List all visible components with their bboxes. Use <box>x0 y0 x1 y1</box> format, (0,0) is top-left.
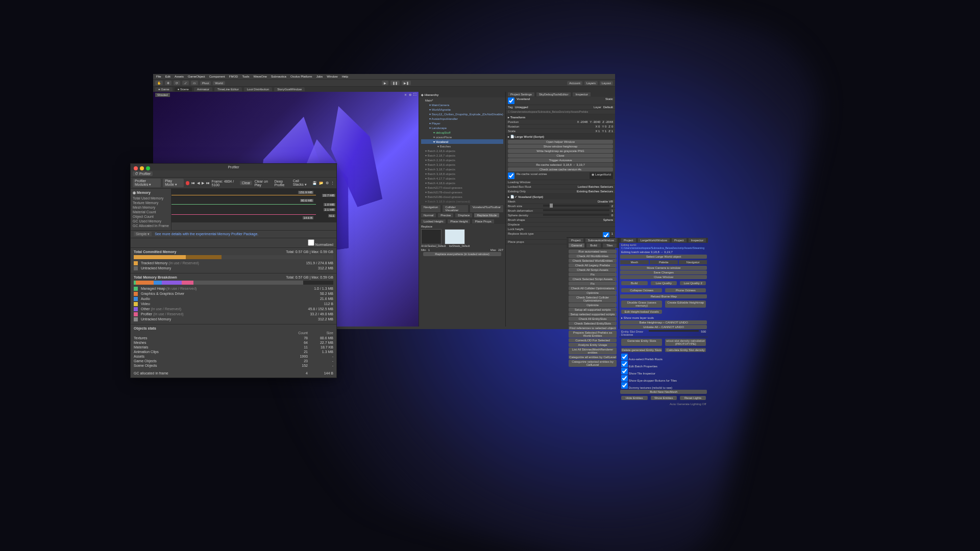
voxeland-header[interactable]: ▸ 📄 ✓ Voxeland (Script) <box>506 194 615 199</box>
hierarchy-item[interactable]: ▾ Batch 3,18,9 objects (removed) <box>421 199 503 204</box>
tab-timeline-editor[interactable]: TimeLine Editor <box>214 87 242 91</box>
subtab[interactable]: Build <box>586 243 600 247</box>
menu-file[interactable]: File <box>156 75 161 78</box>
hierarchy-item[interactable]: ▾ Batch 4,18,6 objects <box>421 181 503 185</box>
mode-tab[interactable]: Precise <box>438 213 453 217</box>
account-dropdown[interactable]: Account <box>567 81 582 85</box>
hierarchy-item[interactable]: ▾ Batch 4,17,7 objects <box>421 176 503 181</box>
tool-button[interactable]: Check Selected WorldEntities <box>569 259 617 263</box>
replace-swatch-b[interactable] <box>445 229 465 244</box>
shaded-dropdown[interactable]: Shaded <box>155 93 170 97</box>
tool-button[interactable]: Prune Octrees <box>665 288 706 292</box>
subtab[interactable]: Tiles <box>603 243 617 247</box>
clear-on-play-toggle[interactable]: Clear on Play <box>254 180 272 187</box>
memory-graph[interactable]: 151.9 MB 22.7 MB 80.6 MB 1.0 MB 2.1 MB 1… <box>172 189 336 222</box>
hierarchy-item[interactable]: ▾ MainCamera <box>421 103 503 107</box>
tool-button[interactable]: Optimize <box>569 303 617 307</box>
layer-dropdown[interactable]: Default <box>603 106 613 109</box>
option-checkbox[interactable]: Edit Batch Properties <box>619 361 708 368</box>
tool-button[interactable]: Delete generated Entity Slots <box>621 348 662 352</box>
pause-icon[interactable]: ❚❚ <box>390 81 400 85</box>
load-icon[interactable]: 📂 <box>319 181 324 185</box>
tool-button[interactable]: Bake Heightmap – CANNOT UNDO <box>620 320 707 324</box>
tab-loot-distribution[interactable]: Loot Distribution <box>244 87 272 91</box>
tab-storygoalwindow[interactable]: StoryGoalWindow <box>274 87 305 91</box>
maximize-icon[interactable]: ⛶ <box>413 93 416 96</box>
static-dropdown[interactable]: Static <box>605 97 613 104</box>
tool-button[interactable]: Create Editable Heightmap <box>665 300 706 308</box>
disable-vr-button[interactable]: Disable VR <box>598 200 613 203</box>
replace-swatch-a[interactable] <box>421 229 442 244</box>
playmode-dropdown[interactable]: Play Mode ▾ <box>163 179 184 187</box>
tool-button[interactable]: Find references to selected object <box>569 326 617 330</box>
hierarchy-item[interactable]: ▾ Batch 2,18,9 objects <box>421 158 503 162</box>
tab-skydebugtoolseditor[interactable]: SkyDebugToolsEditor <box>536 92 571 96</box>
save-icon[interactable]: 💾 <box>312 181 317 185</box>
mode-tab[interactable]: Displace <box>455 213 472 217</box>
tab-animator[interactable]: Animator <box>194 87 212 91</box>
select-lw-button[interactable]: Select Large World object <box>620 255 707 259</box>
brush-shape-dropdown[interactable]: Sphere <box>603 218 613 221</box>
tool-button[interactable]: Generate Entity Slots <box>621 339 662 346</box>
panel-tab[interactable]: Project <box>569 238 583 242</box>
callstacks-dropdown[interactable]: Call Stacks ▾ <box>293 179 310 187</box>
layers-dropdown[interactable]: Layers <box>584 81 598 85</box>
transform-header[interactable]: ▸ Transform <box>506 114 615 120</box>
layout-dropdown[interactable]: Layout <box>600 81 613 85</box>
brush-size-slider[interactable] <box>543 205 609 207</box>
tool-button[interactable]: Collapse Octrees <box>621 288 662 292</box>
simple-dropdown[interactable]: Simple ▾ <box>134 232 152 236</box>
profiler-modules-dropdown[interactable]: Profiler Modules ▾ <box>133 179 161 187</box>
slot-draw-slider[interactable] <box>649 330 699 332</box>
gear-icon[interactable]: ⚙ <box>409 93 411 96</box>
hierarchy-item[interactable]: ▾ Batch 2,18,7 objects <box>421 153 503 158</box>
panel-tab[interactable]: SubnauticaWindow <box>585 238 617 242</box>
hierarchy-item[interactable]: ▾ oceanPlane <box>421 135 503 139</box>
tool-button[interactable]: Save Changes <box>620 270 707 274</box>
panel-tab[interactable]: Inspector <box>689 238 706 242</box>
menu-tools[interactable]: Tools <box>242 75 249 78</box>
tool-button[interactable]: Build New NavMesh <box>620 390 707 394</box>
panel-tab[interactable]: Project <box>672 238 687 242</box>
tool-button[interactable]: Categorize selected entities by CellLeve… <box>569 360 617 367</box>
tag-dropdown[interactable]: Untagged <box>515 106 528 109</box>
tool-button[interactable]: Fix <box>569 282 617 286</box>
hierarchy-item[interactable]: ▾ Batch2177-cloud-grasses <box>421 185 503 190</box>
col-tab[interactable]: Navigator <box>679 260 707 264</box>
tool-button[interactable]: Check All Legacy Prefabs <box>569 263 617 267</box>
option-checkbox[interactable]: Show Eye-dropper Buttons for Tiles <box>619 375 708 382</box>
tool-button[interactable]: Check Selected Collider Optimizations <box>569 295 617 303</box>
hand-tool-icon[interactable]: ✋ <box>155 81 163 85</box>
hierarchy-item[interactable]: ▾ Batch 3,18,6 objects <box>421 162 503 167</box>
hierarchy-item[interactable]: ▾ Batch 3,18,8 objects <box>421 171 503 176</box>
tool-button[interactable]: Check Selected EntitySlots <box>569 321 617 325</box>
menu-assets[interactable]: Assets <box>175 75 184 78</box>
tool-button[interactable]: Check All EntitySlots <box>569 317 617 321</box>
mode-tab[interactable]: Place Height <box>448 219 470 223</box>
tool-button[interactable]: Optimize <box>569 291 617 295</box>
normalized-toggle[interactable]: Normalized <box>308 243 333 246</box>
hierarchy-item[interactable]: ▾ Player <box>421 121 503 126</box>
window-minimize-icon[interactable] <box>140 166 144 170</box>
nav-tab[interactable]: Navigation <box>421 205 440 212</box>
tool-button[interactable]: CorrectLOD For Selected <box>569 338 617 342</box>
hierarchy-item[interactable]: ▾ AvatarInputHandler <box>421 116 503 121</box>
profiler-module-item[interactable]: Texture Memory <box>133 201 169 205</box>
world-button[interactable]: World <box>213 81 225 85</box>
scale-tool-icon[interactable]: ⤢ <box>182 81 189 85</box>
tool-button[interactable]: Calculate Entity Slot density <box>665 348 706 352</box>
lw-button[interactable]: Write heightmap as grayscale PNG <box>508 149 613 153</box>
lw-button[interactable]: Trigger Autosave <box>508 158 613 162</box>
close-tab-icon[interactable]: ✕ <box>404 93 407 96</box>
profiler-module-item[interactable]: GC Allocated In Frame <box>133 223 169 228</box>
hierarchy-item[interactable]: ▾ Landscape <box>421 126 503 130</box>
tool-button[interactable]: Check All Collider Optimizations <box>569 286 617 290</box>
tab-game[interactable]: ● Game <box>155 87 173 91</box>
option-checkbox[interactable]: Dummy textures (rebuild to see) <box>619 382 708 389</box>
gameobject-enabled-checkbox[interactable] <box>508 97 514 104</box>
menu-icon[interactable]: ⋮ <box>331 181 334 185</box>
window-close-icon[interactable] <box>134 166 138 170</box>
largeworld-header[interactable]: ▸ 📄 Large World (Script) <box>506 134 615 139</box>
lw-button[interactable]: Show window heightmap <box>508 144 613 148</box>
tool-button[interactable]: Low Quality <box>651 281 677 285</box>
